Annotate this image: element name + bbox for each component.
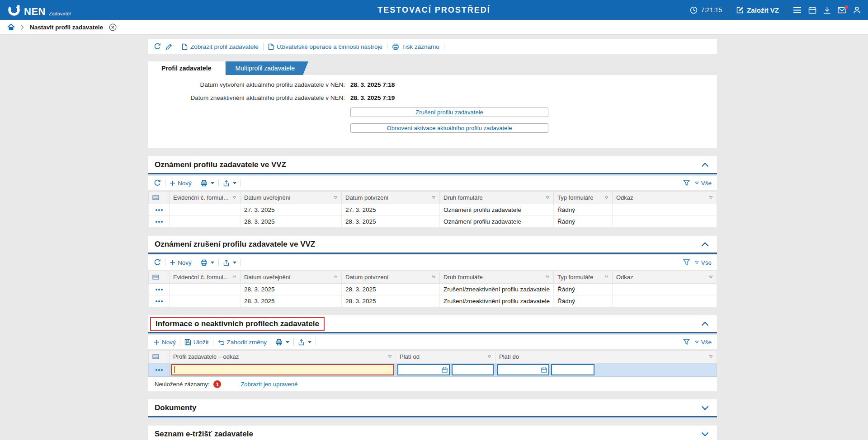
chevron-up-icon[interactable] — [699, 240, 711, 248]
column-header[interactable]: Datum uveřejnění — [241, 192, 342, 204]
print-menu-button[interactable] — [275, 339, 289, 346]
new-record-button[interactable]: Nový — [154, 339, 176, 346]
new-record-button[interactable]: Nový — [170, 180, 192, 187]
close-icon[interactable] — [109, 23, 117, 31]
chevron-up-icon[interactable] — [699, 161, 711, 169]
column-filter-icon[interactable] — [546, 276, 550, 279]
cancel-profile-button[interactable]: Zrušení profilu zadavatele — [350, 108, 548, 117]
chevron-down-icon[interactable] — [699, 404, 711, 412]
valid-to-date-input[interactable] — [497, 364, 549, 375]
column-filter-icon[interactable] — [432, 196, 436, 199]
table-row[interactable]: 27. 3. 2025 27. 3. 2025 Oznámení profilu… — [149, 204, 717, 216]
refresh-icon[interactable] — [154, 43, 161, 50]
restore-activation-button[interactable]: Obnovení aktivace aktuálního profilu zad… — [350, 123, 548, 133]
column-header[interactable]: Platí od — [396, 351, 495, 363]
grid-settings-icon[interactable] — [149, 271, 170, 284]
valid-from-date-field[interactable] — [400, 366, 442, 373]
column-filter-icon[interactable] — [334, 196, 338, 199]
grid-settings-icon[interactable] — [149, 192, 170, 204]
column-filter-icon[interactable] — [487, 355, 491, 358]
column-filter-icon[interactable] — [334, 276, 338, 279]
column-header[interactable]: Datum potvrzení — [342, 192, 440, 204]
column-filter-icon[interactable] — [232, 276, 236, 279]
column-header[interactable]: Profil zadavatele – odkaz — [170, 351, 396, 363]
show-only-modified-link[interactable]: Zobrazit jen upravené — [241, 381, 297, 388]
table-row[interactable]: 28. 3. 2025 28. 3. 2025 Zrušení/zneaktiv… — [149, 295, 717, 307]
valid-from-time-field[interactable] — [454, 366, 491, 373]
export-menu-button[interactable] — [298, 339, 311, 346]
refresh-icon[interactable] — [154, 179, 161, 187]
user-operations-link[interactable]: Uživatelské operace a činnosti nástroje — [268, 43, 382, 50]
new-record-button[interactable]: Nový — [170, 259, 192, 266]
refresh-icon[interactable] — [154, 259, 161, 266]
menu-icon[interactable] — [793, 7, 802, 14]
print-menu-button[interactable] — [200, 259, 214, 266]
calendar-icon[interactable] — [808, 6, 816, 14]
nen-logo[interactable]: NEN Zadavatel — [7, 3, 71, 17]
column-header[interactable]: Odkaz — [613, 192, 717, 204]
chevron-down-icon[interactable] — [699, 430, 711, 438]
home-icon[interactable] — [7, 23, 15, 31]
column-filter-icon[interactable] — [232, 196, 236, 199]
filter-all-button[interactable]: Vše — [695, 339, 712, 346]
column-filter-icon[interactable] — [546, 196, 550, 199]
user-icon[interactable] — [853, 6, 861, 14]
print-record-link[interactable]: Tisk záznamu — [392, 43, 439, 50]
export-menu-button[interactable] — [223, 259, 236, 266]
column-header[interactable]: Typ formuláře — [554, 192, 613, 204]
row-actions-icon[interactable] — [156, 300, 163, 302]
print-menu-button[interactable] — [200, 180, 214, 187]
table-row[interactable]: 28. 3. 2025 28. 3. 2025 Zrušení/zneaktiv… — [149, 284, 717, 295]
column-filter-icon[interactable] — [709, 355, 713, 358]
table-row[interactable]: 28. 3. 2025 28. 3. 2025 Oznámení profilu… — [149, 216, 717, 228]
chevron-up-icon[interactable] — [699, 320, 711, 328]
filter-all-button[interactable]: Vše — [695, 259, 712, 266]
valid-from-time-input[interactable] — [452, 364, 494, 375]
column-filter-icon[interactable] — [709, 276, 713, 279]
show-profile-link[interactable]: Zobrazit profil zadavatele — [182, 43, 259, 50]
column-header[interactable]: Druh formuláře — [440, 271, 554, 284]
discard-changes-button[interactable]: Zahodit změny — [217, 339, 267, 346]
breadcrumb-current[interactable]: Nastavit profil zadavatele — [30, 24, 103, 31]
edit-icon[interactable] — [165, 43, 172, 50]
download-icon[interactable] — [823, 6, 831, 14]
column-header[interactable]: Datum uveřejnění — [241, 271, 342, 284]
create-vz-button[interactable]: Založit VZ — [736, 6, 779, 14]
inactive-profiles-toolbar: Nový Uložit Zahodit změny — [148, 335, 717, 349]
column-header[interactable]: Evidenční č. formuláře — [170, 192, 241, 204]
column-filter-icon[interactable] — [709, 196, 713, 199]
column-filter-icon[interactable] — [432, 276, 436, 279]
column-header[interactable]: Datum potvrzení — [342, 271, 440, 284]
valid-from-date-input[interactable] — [397, 364, 450, 375]
row-actions-icon[interactable] — [156, 369, 163, 371]
column-header[interactable]: Odkaz — [613, 271, 717, 284]
calendar-small-icon[interactable] — [442, 367, 448, 373]
column-header[interactable]: Evidenční č. formuláře — [170, 271, 241, 284]
filter-icon[interactable] — [683, 180, 690, 186]
save-button[interactable]: Uložit — [184, 339, 209, 346]
column-filter-icon[interactable] — [604, 276, 609, 279]
filter-icon[interactable] — [683, 259, 690, 266]
row-actions-icon[interactable] — [156, 289, 163, 290]
export-menu-button[interactable] — [223, 180, 236, 187]
column-header[interactable]: Typ formuláře — [554, 271, 613, 284]
grid-settings-icon[interactable] — [149, 351, 170, 363]
column-header[interactable]: Druh formuláře — [440, 192, 554, 204]
row-actions-icon[interactable] — [156, 221, 163, 223]
column-filter-icon[interactable] — [604, 196, 609, 199]
profile-link-input[interactable] — [171, 364, 394, 375]
tab-multiprofil-zadavatele[interactable]: Multiprofil zadavatele — [226, 61, 309, 75]
valid-to-date-field[interactable] — [499, 366, 541, 373]
printer-icon — [275, 339, 283, 346]
calendar-small-icon[interactable] — [541, 367, 547, 373]
valid-to-time-input[interactable] — [551, 364, 594, 375]
tab-profil-zadavatele[interactable]: Profil zadavatele — [148, 61, 225, 75]
valid-to-time-field[interactable] — [553, 366, 592, 373]
column-filter-icon[interactable] — [388, 355, 392, 358]
new-record-row[interactable] — [149, 363, 717, 377]
mail-icon[interactable] — [838, 7, 846, 14]
filter-all-button[interactable]: Vše — [695, 180, 712, 187]
column-header[interactable]: Platí do — [495, 351, 717, 363]
row-actions-icon[interactable] — [156, 209, 163, 211]
filter-icon[interactable] — [683, 339, 690, 345]
